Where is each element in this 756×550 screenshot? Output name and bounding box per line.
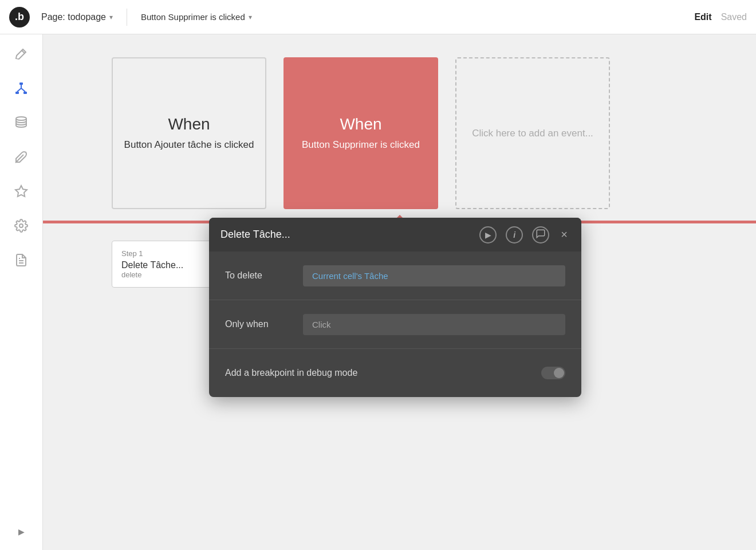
breakpoint-toggle-switch[interactable] (541, 367, 565, 379)
only-when-input[interactable]: Click (303, 314, 565, 335)
saved-status: Saved (721, 12, 747, 22)
modal-header-icons: ▶ i × (479, 226, 570, 243)
comment-icon (536, 229, 546, 241)
only-when-label: Only when (225, 319, 294, 329)
breakpoint-toggle-row: Add a breakpoint in debug mode (225, 367, 565, 379)
breakpoint-label: Add a breakpoint in debug mode (225, 368, 357, 378)
modal-header: Delete Tâche... ▶ i × (209, 218, 581, 252)
modal-comment-button[interactable] (532, 226, 549, 243)
sidebar-icon-database[interactable] (11, 112, 32, 133)
modal-title: Delete Tâche... (220, 229, 472, 241)
divider (127, 9, 127, 26)
page-chevron: ▾ (109, 13, 113, 21)
page-label: Page: todopage (41, 12, 106, 22)
modal-row-divider-2 (209, 348, 581, 349)
top-right: Edit Saved (694, 12, 747, 22)
event-label: Button Supprimer is clicked (141, 12, 245, 22)
svg-point-7 (16, 117, 26, 120)
svg-rect-1 (19, 82, 23, 85)
modal-info-button[interactable]: i (506, 226, 523, 243)
card-subtitle-2: Click here to add an event... (472, 127, 593, 140)
play-icon: ▶ (485, 230, 491, 239)
card-subtitle-1: Button Supprimer is clicked (302, 138, 420, 152)
svg-line-5 (17, 88, 21, 92)
page-selector[interactable]: Page: todopage ▾ (41, 12, 113, 22)
event-card-active[interactable]: When Button Supprimer is clicked (284, 57, 438, 209)
main-canvas: When Button Ajouter tâche is clicked Whe… (43, 34, 756, 550)
modal-row-only-when: Only when Click (225, 312, 565, 337)
event-selector[interactable]: Button Supprimer is clicked ▾ (141, 12, 687, 22)
info-icon: i (513, 230, 515, 239)
modal-row-breakpoint: Add a breakpoint in debug mode (225, 360, 565, 386)
layout: ▶ When Button Ajouter tâche is clicked W… (0, 34, 756, 550)
to-delete-value[interactable]: Current cell's Tâche (303, 265, 565, 286)
modal-close-button[interactable]: × (558, 226, 570, 243)
sidebar-icon-network[interactable] (11, 78, 32, 99)
logo: .b (9, 7, 30, 28)
sidebar-icon-wand[interactable] (11, 44, 32, 64)
svg-line-8 (15, 155, 23, 163)
sidebar-icon-settings[interactable] (11, 215, 32, 236)
event-chevron: ▾ (249, 13, 252, 21)
sidebar-expand-button[interactable]: ▶ (14, 522, 29, 541)
modal-play-button[interactable]: ▶ (479, 226, 497, 243)
svg-rect-3 (23, 92, 27, 94)
sidebar-icon-brush[interactable] (11, 147, 32, 167)
modal-row-to-delete: To delete Current cell's Tâche (225, 263, 565, 288)
svg-point-9 (19, 224, 23, 227)
modal-body: To delete Current cell's Tâche Only when… (209, 252, 581, 397)
sidebar-icon-document[interactable] (11, 250, 32, 270)
edit-button[interactable]: Edit (694, 12, 711, 22)
to-delete-label: To delete (225, 270, 294, 281)
modal-row-divider-1 (209, 300, 581, 300)
sidebar: ▶ (0, 34, 43, 550)
card-subtitle-0: Button Ajouter tâche is clicked (124, 138, 254, 152)
action-modal: Delete Tâche... ▶ i × (209, 218, 581, 397)
svg-rect-2 (15, 92, 19, 94)
card-title-0: When (168, 115, 210, 133)
event-card-inactive[interactable]: When Button Ajouter tâche is clicked (112, 57, 266, 209)
event-card-add[interactable]: Click here to add an event... (455, 57, 610, 209)
sidebar-icon-plugin[interactable] (11, 181, 32, 202)
cards-row: When Button Ajouter tâche is clicked Whe… (43, 34, 756, 221)
top-bar: .b Page: todopage ▾ Button Supprimer is … (0, 0, 756, 34)
card-title-1: When (340, 115, 381, 133)
svg-line-6 (21, 88, 25, 92)
